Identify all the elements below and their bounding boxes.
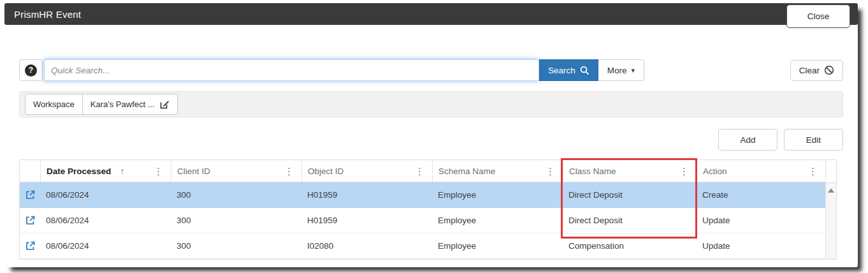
column-menu-icon[interactable]: ⋮ xyxy=(806,166,820,176)
event-grid: Date Processed ↑ ⋮ Client ID ⋮ Object ID… xyxy=(19,159,837,260)
more-button[interactable]: More ▾ xyxy=(598,59,644,81)
workspace-bar: Workspace Kara's Pawfect ... xyxy=(19,91,843,117)
close-button[interactable]: Close xyxy=(786,4,850,28)
add-button[interactable]: Add xyxy=(718,129,778,151)
cell-object-id[interactable]: H01959 xyxy=(301,208,432,233)
cell-client-id[interactable]: 300 xyxy=(171,233,301,258)
grid-header-row: Date Processed ↑ ⋮ Client ID ⋮ Object ID… xyxy=(20,160,825,182)
external-link-icon[interactable] xyxy=(25,190,35,200)
cell-date-processed[interactable]: 08/06/2024 xyxy=(40,182,171,207)
cell-schema-name[interactable]: Employee xyxy=(432,233,563,258)
record-actions: Add Edit xyxy=(19,129,843,151)
sort-ascending-icon: ↑ xyxy=(120,166,124,176)
header-client-id[interactable]: Client ID ⋮ xyxy=(171,160,301,182)
search-input[interactable] xyxy=(44,59,539,81)
search-button[interactable]: Search xyxy=(539,59,598,81)
more-button-label: More xyxy=(607,66,627,75)
cell-action[interactable]: Update xyxy=(697,208,825,233)
header-icon-column xyxy=(20,160,40,182)
cell-date-processed[interactable]: 08/06/2024 xyxy=(40,208,171,233)
edit-pencil-icon[interactable] xyxy=(160,100,170,109)
cell-action[interactable]: Update xyxy=(697,233,825,258)
cell-date-processed[interactable]: 08/06/2024 xyxy=(40,233,171,258)
workspace-label-cell: Workspace xyxy=(25,94,82,114)
cell-class-name[interactable]: Direct Deposit xyxy=(563,182,697,207)
edit-button[interactable]: Edit xyxy=(784,129,843,151)
clear-button[interactable]: Clear xyxy=(790,60,843,81)
vertical-scrollbar[interactable] xyxy=(825,160,836,259)
table-row[interactable]: 08/06/2024 300 H01959 Employee Direct De… xyxy=(20,182,825,208)
cell-schema-name[interactable]: Employee xyxy=(432,182,563,207)
ban-icon xyxy=(824,65,834,75)
cell-class-name[interactable]: Compensation xyxy=(563,233,697,258)
header-object-id[interactable]: Object ID ⋮ xyxy=(301,160,432,182)
open-record-cell[interactable] xyxy=(20,208,40,233)
column-menu-icon[interactable]: ⋮ xyxy=(152,166,165,176)
cell-object-id[interactable]: I02080 xyxy=(301,233,432,258)
cell-schema-name[interactable]: Employee xyxy=(432,208,563,233)
search-toolbar: ? Search More ▾ Clear xyxy=(19,59,843,81)
cell-class-name[interactable]: Direct Deposit xyxy=(563,208,697,233)
prismhr-event-dialog: PrismHR Event Close ? Search More ▾ xyxy=(4,3,858,267)
column-menu-icon[interactable]: ⋮ xyxy=(282,166,296,176)
table-row[interactable]: 08/06/2024 300 H01959 Employee Direct De… xyxy=(20,208,825,233)
workspace-value-cell[interactable]: Kara's Pawfect ... xyxy=(82,94,177,114)
chevron-down-icon: ▾ xyxy=(632,66,635,75)
cell-client-id[interactable]: 300 xyxy=(171,182,301,207)
cell-action[interactable]: Create xyxy=(697,182,825,207)
scroll-up-icon[interactable] xyxy=(828,188,834,193)
title-bar: PrismHR Event xyxy=(4,3,858,25)
header-schema-name[interactable]: Schema Name ⋮ xyxy=(432,160,563,182)
column-menu-icon[interactable]: ⋮ xyxy=(544,166,557,176)
page-title: PrismHR Event xyxy=(14,9,81,20)
workspace-group: Workspace Kara's Pawfect ... xyxy=(25,94,178,115)
search-button-label: Search xyxy=(548,66,575,75)
header-class-name[interactable]: Class Name ⋮ xyxy=(563,160,697,182)
search-icon xyxy=(580,66,590,75)
external-link-icon[interactable] xyxy=(25,241,35,251)
help-icon: ? xyxy=(25,64,37,77)
clear-button-label: Clear xyxy=(799,66,820,75)
column-menu-icon[interactable]: ⋮ xyxy=(677,166,691,176)
open-record-cell[interactable] xyxy=(20,182,40,207)
header-date-processed[interactable]: Date Processed ↑ ⋮ xyxy=(40,160,171,182)
open-record-cell[interactable] xyxy=(20,233,40,258)
cell-object-id[interactable]: H01959 xyxy=(301,182,432,207)
column-menu-icon[interactable]: ⋮ xyxy=(413,166,426,176)
workspace-value: Kara's Pawfect ... xyxy=(90,100,155,109)
external-link-icon[interactable] xyxy=(25,216,35,225)
cell-client-id[interactable]: 300 xyxy=(171,208,301,233)
table-body: 08/06/2024 300 H01959 Employee Direct De… xyxy=(20,182,825,259)
table-row[interactable]: 08/06/2024 300 I02080 Employee Compensat… xyxy=(20,233,825,259)
workspace-label: Workspace xyxy=(33,100,75,109)
help-button[interactable]: ? xyxy=(19,59,43,81)
header-action[interactable]: Action ⋮ xyxy=(697,160,825,182)
